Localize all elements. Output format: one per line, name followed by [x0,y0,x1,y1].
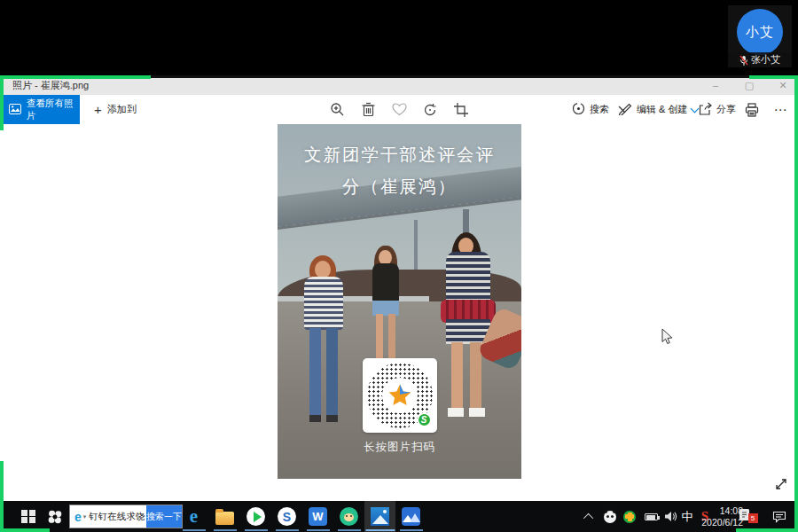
avatar-face-icon [340,507,358,526]
share-button[interactable]: 分享 [699,95,736,124]
maximize-button[interactable]: ▢ [743,80,755,91]
taskbar-chat-app-button[interactable] [333,501,364,532]
share-border-bottom-left [0,461,4,532]
taskbar-edge-button[interactable]: e [178,501,209,532]
tray-battery[interactable] [641,501,661,532]
qr-caption: 长按图片扫码 [278,440,521,455]
taskbar-sogou-browser-button[interactable]: S [271,501,302,532]
tray-volume[interactable] [661,501,679,532]
taskbar-meeting-app-button[interactable] [395,501,426,532]
rotate-icon[interactable] [417,95,443,124]
tray-panda-app[interactable] [601,501,619,532]
photo-person-right [448,238,489,424]
photo-person-left [302,259,345,427]
mic-muted-icon [739,55,748,66]
start-button[interactable] [14,501,43,532]
view-all-photos-label: 查看所有照片 [27,98,80,122]
taskbar-video-app-button[interactable] [240,501,271,532]
plus-icon: + [94,102,102,117]
add-to-button[interactable]: + 添加到 [87,95,144,124]
volume-icon [664,511,677,522]
shield-icon [623,511,636,523]
tray-notes-app[interactable]: 5 [734,501,755,532]
delete-icon[interactable] [355,95,381,124]
pinwheel-app-button[interactable] [43,501,67,532]
photo-collection-icon [9,104,21,116]
share-border-top-right [749,75,798,79]
sogou-browser-icon: S [278,507,296,526]
notes-icon: 5 [739,508,752,525]
photos-app-window: 照片 - 崔展鸿.png – ▢ ✕ 查看所有照片 + 添加到 [0,75,798,501]
crop-icon[interactable] [448,95,474,124]
close-button[interactable]: ✕ [777,80,789,91]
mouse-cursor [661,328,673,348]
taskbar-search-input[interactable]: 钉钉在线求饶 [89,511,146,523]
share-icon [699,102,712,117]
taskbar-search-box[interactable]: e ▾ 钉钉在线求饶 搜索一下 [69,505,183,528]
favorite-icon[interactable] [386,95,412,124]
ie-caret-icon: ▾ [83,513,87,520]
qr-code: S [363,358,437,433]
view-all-photos-button[interactable]: 查看所有照片 [0,95,80,124]
photos-app-icon [371,507,389,526]
tray-security-app[interactable] [621,501,638,532]
shared-screen: 小艾 张小艾 照片 - 崔展鸿.png – ▢ ✕ 查看所有照片 [0,0,798,532]
avatar: 小艾 [737,9,783,55]
mountains-app-icon [402,507,420,526]
minimize-button[interactable]: – [709,80,722,90]
battery-icon [645,513,658,520]
window-title: 照片 - 崔展鸿.png [12,79,89,92]
taskbar-file-explorer-button[interactable] [209,501,240,532]
photos-toolbar: 查看所有照片 + 添加到 [0,95,798,124]
edit-create-icon [618,103,632,117]
w-doc-app-icon: W [309,507,327,526]
print-icon[interactable] [739,95,765,124]
participant-name-bar: 张小艾 [728,52,792,67]
search-button[interactable]: 搜索 [572,95,609,124]
share-border-right [794,75,798,532]
participant-name: 张小艾 [751,53,780,66]
photo-image[interactable]: 文新团学干部述评会评 分（崔展鸿） S 长按图片扫码 [278,124,521,479]
participant-tile[interactable]: 小艾 张小艾 [728,5,792,67]
taskbar-photos-app-button[interactable] [364,501,395,532]
edit-create-button[interactable]: 编辑 & 创建 [618,95,698,124]
photo-title-text: 文新团学干部述评会评 分（崔展鸿） [278,138,521,202]
fullscreen-expand-icon[interactable] [773,476,789,492]
add-to-label: 添加到 [107,103,137,116]
share-border-top-gap [151,75,749,78]
taskbar-w-doc-app-button[interactable]: W [302,501,333,532]
more-icon[interactable]: ⋯ [767,95,794,124]
share-border-top-left [0,75,151,79]
notification-badge: 5 [748,513,758,523]
action-center-icon [772,510,786,523]
edit-create-label: 编辑 & 创建 [637,103,687,116]
photo-viewer-canvas: 文新团学干部述评会评 分（崔展鸿） S 长按图片扫码 [0,124,798,501]
visual-search-icon [572,102,585,117]
call-overlay-strip [0,0,798,75]
ie-icon: e [74,510,82,524]
wechat-icon: S [417,412,432,427]
pinwheel-icon [47,509,63,525]
video-play-icon [246,507,265,526]
edge-icon: e [190,505,198,528]
qr-star-logo [382,378,418,413]
share-border-bottom-right [736,528,798,532]
windows-logo-icon [21,510,35,524]
action-center-button[interactable] [768,501,791,532]
zoom-icon[interactable] [324,95,350,124]
chevron-up-icon [583,512,593,522]
folder-icon [215,512,234,525]
tray-chevron-up[interactable] [581,501,598,532]
search-label: 搜索 [590,103,609,116]
windows-taskbar: e ▾ 钉钉在线求饶 搜索一下 e S W [0,501,798,532]
taskbar-search-go-button[interactable]: 搜索一下 [146,505,182,528]
share-label: 分享 [716,103,736,116]
panda-icon [604,511,616,523]
